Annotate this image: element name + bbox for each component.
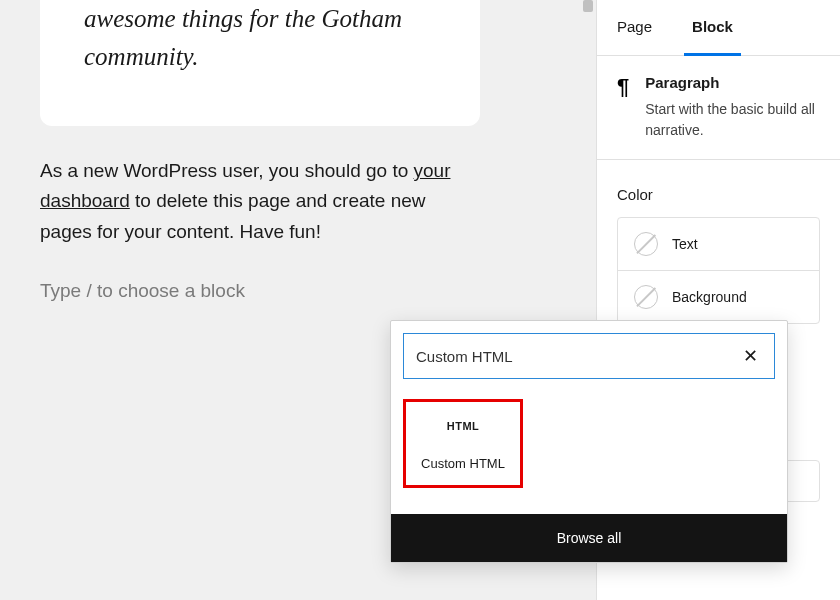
none-swatch-icon xyxy=(634,232,658,256)
inserter-search-wrapper: ✕ xyxy=(403,333,775,379)
empty-block-placeholder[interactable]: Type / to choose a block xyxy=(40,280,245,302)
none-swatch-icon xyxy=(634,285,658,309)
quote-text: awesome things for the Gotham community. xyxy=(84,0,436,75)
inserter-results: HTML Custom HTML xyxy=(391,391,787,514)
scrollbar-thumb[interactable] xyxy=(583,0,593,12)
paragraph-block[interactable]: As a new WordPress user, you should go t… xyxy=(40,156,480,247)
block-item-custom-html[interactable]: HTML Custom HTML xyxy=(403,399,523,488)
browse-all-button[interactable]: Browse all xyxy=(391,514,787,562)
html-block-icon: HTML xyxy=(414,420,512,432)
clear-search-icon[interactable]: ✕ xyxy=(739,345,762,367)
quote-block[interactable]: awesome things for the Gotham community. xyxy=(40,0,480,126)
color-text-row[interactable]: Text xyxy=(618,218,819,271)
color-text-label: Text xyxy=(672,236,698,252)
tab-page[interactable]: Page xyxy=(597,0,672,55)
color-background-row[interactable]: Background xyxy=(618,271,819,323)
paragraph-text-pre: As a new WordPress user, you should go t… xyxy=(40,160,414,181)
paragraph-icon: ¶ xyxy=(617,74,629,141)
tab-block[interactable]: Block xyxy=(672,0,753,55)
color-section-header[interactable]: Color xyxy=(597,160,840,217)
block-info-panel: ¶ Paragraph Start with the basic build a… xyxy=(597,56,840,160)
block-info-text: Paragraph Start with the basic build all… xyxy=(645,74,820,141)
block-inserter-popover: ✕ HTML Custom HTML Browse all xyxy=(390,320,788,563)
color-background-label: Background xyxy=(672,289,747,305)
block-type-description: Start with the basic build all narrative… xyxy=(645,99,820,141)
inserter-search-input[interactable] xyxy=(416,348,739,365)
sidebar-tabs: Page Block xyxy=(597,0,840,56)
block-type-title: Paragraph xyxy=(645,74,820,91)
block-item-label: Custom HTML xyxy=(414,456,512,471)
color-panel: Text Background xyxy=(617,217,820,324)
